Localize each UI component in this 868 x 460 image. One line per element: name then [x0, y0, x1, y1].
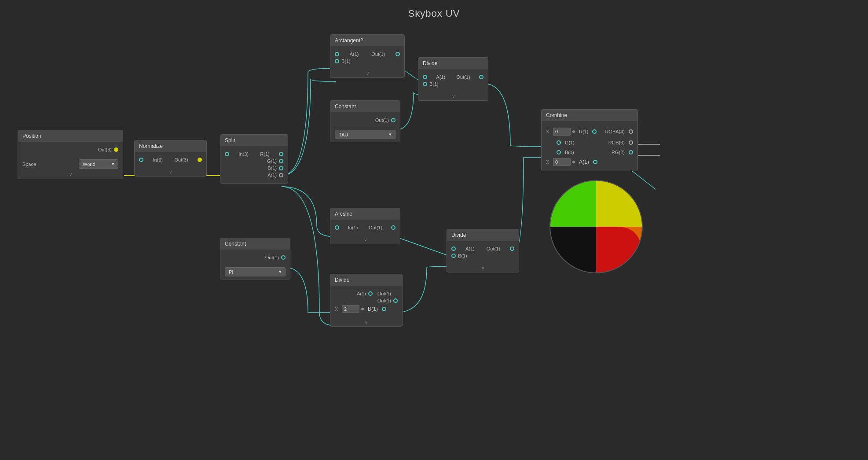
constant-tau-title: Constant — [330, 101, 400, 112]
divide-top-title: Divide — [418, 58, 488, 69]
div-mid-b-port[interactable] — [382, 307, 386, 311]
arcsine-in-port[interactable] — [335, 225, 339, 230]
split-g-port[interactable] — [279, 159, 283, 163]
div-top-chevron: ∨ — [418, 92, 488, 100]
combine-title: Combine — [542, 110, 637, 121]
constant-pi-title: Constant — [220, 238, 290, 250]
const-pi-out-port[interactable] — [281, 255, 286, 260]
split-title: Split — [220, 135, 288, 146]
atan2-chevron: ∨ — [330, 69, 404, 77]
arctangent2-title: Arctangent2 — [330, 35, 404, 46]
combine-a-dot — [572, 161, 575, 163]
normalize-in-port[interactable] — [139, 158, 143, 162]
div-mid-x-label: X — [335, 306, 340, 312]
combine-node: Combine X R(1) RGBA(4) — [541, 109, 638, 171]
div-mid-real-out[interactable] — [393, 298, 398, 303]
space-label: Space — [22, 162, 36, 167]
page-title: Skybox UV — [0, 0, 868, 19]
const-tau-out-port[interactable] — [391, 118, 396, 122]
normalize-title: Normalize — [135, 140, 206, 152]
position-chevron: ∨ — [18, 170, 123, 179]
div-mid-x-input[interactable] — [342, 305, 359, 313]
arcsine-chevron: ∨ — [330, 236, 400, 244]
div-mid-chevron: ∨ — [330, 318, 402, 326]
div-rt-b-port[interactable] — [451, 254, 456, 258]
div-rt-a-port[interactable] — [451, 247, 456, 251]
combine-r-dot — [572, 130, 575, 133]
pi-dropdown[interactable]: PI ▾ — [225, 267, 286, 276]
split-a-port[interactable] — [279, 173, 283, 177]
combine-b-in-port[interactable] — [557, 150, 561, 155]
svg-rect-2 — [596, 180, 642, 227]
combine-a-input[interactable] — [553, 158, 571, 166]
position-node-title: Position — [18, 130, 123, 142]
combine-rgba-port[interactable] — [629, 129, 633, 134]
tau-dropdown-value: TAU — [339, 132, 348, 137]
div-rt-chevron: ∨ — [447, 264, 519, 272]
pi-dropdown-arrow: ▾ — [279, 269, 282, 275]
normalize-in-label: In(3) — [150, 157, 165, 162]
color-wheel — [549, 180, 644, 274]
div-mid-out-port[interactable] — [368, 291, 373, 296]
atan2-a-port[interactable] — [335, 52, 339, 56]
divide-mid-title: Divide — [330, 274, 402, 286]
atan2-b-port[interactable] — [335, 59, 339, 63]
constant-pi-node: Constant Out(1) PI ▾ — [220, 238, 290, 280]
svg-rect-1 — [550, 180, 596, 227]
combine-r-in-port[interactable] — [592, 129, 597, 134]
div-top-out-port[interactable] — [479, 75, 483, 79]
atan2-out-port[interactable] — [396, 52, 400, 56]
combine-g-in-port[interactable] — [557, 140, 561, 145]
normalize-out-port[interactable] — [198, 158, 202, 162]
svg-rect-3 — [550, 227, 596, 273]
arcsine-node: Arcsine In(1) Out(1) ∨ — [330, 208, 400, 244]
combine-rgb-port[interactable] — [629, 140, 633, 145]
tau-dropdown-arrow: ▾ — [389, 132, 392, 137]
position-out-port[interactable] — [114, 147, 118, 152]
div-top-a-port[interactable] — [423, 75, 427, 79]
arctangent2-node: Arctangent2 A(1) Out(1) B(1) ∨ — [330, 34, 405, 78]
arcsine-title: Arcsine — [330, 208, 400, 220]
split-node: Split In(3) R(1) G(1) B(1) A(1) — [220, 134, 288, 184]
space-dropdown-arrow: ▾ — [112, 161, 114, 167]
space-dropdown-value: World — [83, 162, 95, 167]
divide-right-top-title: Divide — [447, 229, 519, 241]
divide-mid-node: Divide A(1) Out(1) Out(1) X B(1) ∨ — [330, 274, 403, 327]
divide-top-node: Divide A(1) Out(1) B(1) ∨ — [418, 57, 488, 101]
split-in-label: In(3) — [236, 151, 251, 157]
combine-rg-port[interactable] — [629, 150, 633, 155]
position-node: Position Out(3) Space World ▾ ∨ — [18, 130, 123, 179]
combine-r-input[interactable] — [553, 128, 571, 136]
normalize-chevron: ∨ — [135, 168, 206, 176]
split-r-port[interactable] — [279, 152, 283, 156]
space-dropdown[interactable]: World ▾ — [79, 159, 118, 169]
split-b-port[interactable] — [279, 166, 283, 170]
normalize-node: Normalize In(3) Out(3) ∨ — [134, 140, 207, 177]
divide-right-top-node: Divide A(1) Out(1) B(1) ∨ — [447, 229, 519, 272]
tau-dropdown[interactable]: TAU ▾ — [335, 130, 396, 139]
div-mid-dot — [361, 308, 364, 310]
position-out-label: Out(3) — [96, 147, 114, 152]
svg-rect-4 — [596, 227, 642, 273]
constant-tau-node: Constant Out(1) TAU ▾ — [330, 100, 400, 142]
normalize-out-label: Out(3) — [172, 157, 190, 162]
arcsine-out-port[interactable] — [391, 225, 396, 230]
split-in-port[interactable] — [225, 152, 229, 156]
div-rt-out-port[interactable] — [510, 247, 514, 251]
pi-dropdown-value: PI — [229, 269, 233, 275]
div-top-b-port[interactable] — [423, 82, 427, 86]
combine-a-in-port[interactable] — [593, 160, 597, 164]
